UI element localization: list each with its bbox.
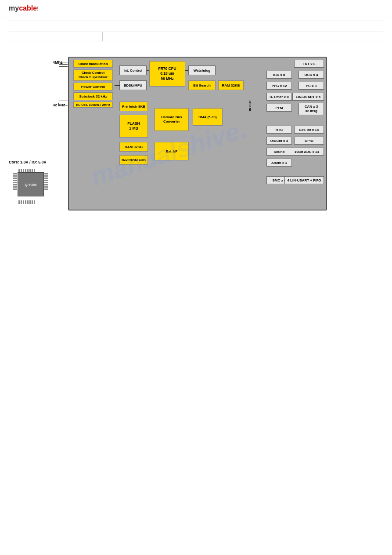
chip-pins-bottom (18, 200, 35, 204)
table-cell-1-1 (9, 21, 196, 32)
line-3 (115, 96, 120, 96)
harvard-bus-box: Harvard BusConverter (155, 108, 189, 131)
antenna-line-6 (59, 105, 68, 105)
clock-control-box: Clock ControlClock Supervisor (73, 69, 113, 81)
gpio-box: GPIO (294, 137, 324, 145)
pin (18, 169, 20, 172)
document-table (9, 21, 383, 41)
ppg-box: PPG x 12 (266, 82, 292, 90)
pin (13, 173, 17, 174)
alarm-box: Alarm x 1 (266, 159, 292, 167)
table-row-2 (9, 32, 383, 41)
antenna-line-1 (59, 62, 68, 62)
icu-box: ICU x 8 (266, 71, 292, 79)
table-cell-1-2 (196, 21, 383, 32)
chip-body: QFP208 (18, 172, 44, 196)
sound-box: Sound (266, 148, 292, 156)
table-cell-2-3 (196, 32, 290, 41)
watchdog-box: Watchdog (188, 65, 216, 75)
logo: mycable! (9, 4, 39, 12)
logo-cable: cable (19, 4, 37, 12)
pin (29, 200, 31, 204)
pin (18, 200, 20, 204)
lin-fifo-box: 4 LIN-USART + FIFO (284, 176, 324, 184)
line-1 (115, 64, 120, 64)
ext-int-box: Ext. Int x 14 (294, 126, 324, 134)
int-control-box: Int. Control (119, 65, 147, 75)
fr70-cpu-box: FR70 CPU0.18 um96 MHz (149, 61, 185, 87)
chip-pins-left (13, 173, 17, 190)
pin (13, 175, 17, 177)
pin (44, 184, 48, 185)
pfm-box: PFM (266, 104, 292, 112)
dma-box: DMA (5 ch) (193, 108, 223, 126)
prefetch-box: Pre-fetch 8KB (119, 102, 148, 111)
line-5 (185, 70, 188, 71)
bit-search-box: Bit Search (188, 80, 216, 90)
pin (27, 169, 29, 172)
qfp-chip: QFP208 (13, 169, 48, 204)
pin (29, 169, 31, 172)
pin (23, 169, 24, 172)
bootrom-box: BootROM 4KB (119, 155, 148, 165)
pin (27, 200, 29, 204)
core-label: Core: 1.8V / IO: 5.0V (9, 160, 47, 164)
pin (44, 189, 48, 190)
can-box: CAN x 332 msg (298, 103, 324, 115)
pin (13, 189, 17, 190)
chip-pins-top (18, 169, 35, 172)
diagram-area: Clock modulation Clock ControlClock Supe… (0, 50, 392, 257)
table-cell-2-1 (9, 32, 103, 41)
table-cell-2-4 (289, 32, 383, 41)
pc-box: PC x 3 (298, 82, 324, 90)
clock-modulation-box: Clock modulation (73, 60, 113, 68)
pin (44, 182, 48, 183)
rtimer-box: R-Timer x 8 (266, 93, 292, 101)
flash-box: FLASH1 MB (119, 115, 148, 138)
pin (44, 186, 48, 188)
table-row-1 (9, 21, 383, 32)
pin (21, 169, 22, 172)
pin (23, 200, 24, 204)
page-header: mycable! (0, 0, 392, 17)
rtc-box: RTC (266, 126, 292, 134)
pin (32, 200, 33, 204)
pin (25, 200, 26, 204)
adc-box: 10Bit ADC x 24 (290, 148, 324, 156)
antenna-line-5 (59, 103, 68, 103)
lin-usart-box: LIN-USART x 5 (292, 93, 324, 101)
line-2 (115, 85, 120, 86)
table-cell-2-2 (103, 32, 196, 41)
pin (34, 169, 35, 172)
logo-my: my (9, 4, 19, 12)
edsu-mpu-box: EDSU/MPU (119, 80, 147, 90)
antenna-line-2 (59, 64, 68, 65)
rc-osc-box: RC Osc. 100kHz / 2MHz (73, 102, 113, 108)
pin (13, 184, 17, 185)
pin (44, 173, 48, 174)
pin (25, 169, 26, 172)
ocu-box: OCU x 4 (298, 71, 324, 79)
subclock-box: Subclock 32 kHz (73, 92, 113, 100)
power-control-box: Power Control (73, 83, 113, 91)
pin (32, 169, 33, 172)
pin (13, 180, 17, 181)
antenna-line-3 (59, 66, 68, 67)
pin (44, 175, 48, 177)
line-4 (147, 70, 149, 71)
ext-if-box: Ext. I/F (155, 142, 189, 160)
pin (13, 178, 17, 179)
pin (21, 200, 22, 204)
chip-label: QFP208 (25, 183, 36, 186)
pin (13, 186, 17, 188)
pin (13, 182, 17, 183)
frt-box: FRT x 8 (294, 60, 324, 68)
main-block: Clock modulation Clock ControlClock Supe… (68, 57, 327, 210)
ram-32kb-bot-box: RAM 32KB (119, 142, 148, 152)
pin (44, 178, 48, 179)
chip-pins-right (44, 173, 48, 190)
udcnt-box: U/DCnt x 3 (266, 137, 292, 145)
ram-32kb-top-box: RAM 32KB (218, 80, 244, 90)
pin (44, 180, 48, 181)
pin (34, 200, 35, 204)
